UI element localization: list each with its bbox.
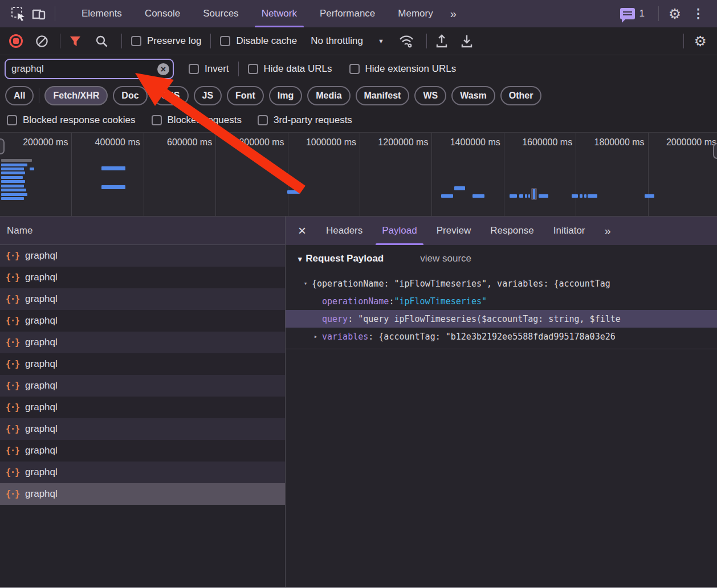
chip-css[interactable]: CSS [153,86,189,105]
chip-img[interactable]: Img [269,86,302,105]
inspect-icon[interactable] [8,3,28,24]
fetch-xhr-icon: {·} [6,489,19,499]
checkbox[interactable] [7,115,17,125]
filter-input-box: × [5,59,174,79]
filter-row: × Invert Hide data URLs Hide extension U… [0,55,717,83]
network-settings-gear-icon[interactable]: ⚙ [694,34,707,48]
table-row[interactable]: {·}graphql [0,397,285,418]
table-row[interactable]: {·}graphql [0,310,285,332]
chip-manifest[interactable]: Manifest [356,86,410,105]
details-more-tabs-chevron-icon[interactable]: » [595,217,620,245]
table-row[interactable]: {·}graphql [0,353,285,375]
timeline-left-handle[interactable] [0,138,5,154]
waterfall-bar [519,194,523,198]
network-toolbar: Preserve log Disable cache No throttling… [0,27,717,55]
payload-tree-line[interactable]: ▸variables: {accountTag: "b12e3b2192ee55… [286,328,717,345]
details-tab-preview[interactable]: Preview [427,217,480,245]
payload-key: variables [322,332,368,342]
request-list-panel: Name {·}graphql{·}graphql{·}graphql{·}gr… [0,217,286,588]
waterfall-bar [101,166,125,170]
checkbox[interactable] [258,115,268,125]
payload-text: {operationName: "ipFlowTimeseries", vari… [312,279,610,289]
3rd-party-requests-toggle[interactable]: 3rd-party requests [258,115,352,126]
devtools-window: ElementsConsoleSourcesNetworkPerformance… [0,0,717,588]
chip-wasm[interactable]: Wasm [451,86,495,105]
table-row[interactable]: {·}graphql [0,375,285,397]
blocked-response-cookies-toggle[interactable]: Blocked response cookies [7,115,136,126]
tab-elements[interactable]: Elements [70,0,133,27]
table-row[interactable]: {·}graphql [0,440,285,462]
tab-sources[interactable]: Sources [192,0,250,27]
issues-bubble-icon[interactable] [620,8,635,19]
table-row[interactable]: {·}graphql [0,245,285,267]
payload-section: ▾ Request Payload view source ▾{operatio… [286,245,717,349]
details-tab-payload[interactable]: Payload [372,217,426,245]
timeline-right-handle[interactable] [713,143,717,159]
chip-ws[interactable]: WS [414,86,446,105]
chip-other[interactable]: Other [500,86,542,105]
export-har-icon[interactable] [435,34,449,48]
settings-gear-icon[interactable]: ⚙ [665,3,685,24]
filter-funnel-icon[interactable] [68,34,82,48]
preserve-log-toggle[interactable]: Preserve log [131,35,201,47]
search-icon[interactable] [95,34,109,48]
device-toolbar-icon[interactable] [28,3,49,24]
view-source-link[interactable]: view source [420,253,471,264]
filter-input[interactable] [6,63,173,75]
blocked-requests-toggle[interactable]: Blocked requests [152,115,242,126]
timeline-overview[interactable]: 200000 ms400000 ms600000 ms800000 ms1000… [0,133,717,217]
tab-console[interactable]: Console [133,0,192,27]
waterfall-bar [1,168,24,170]
invert-toggle[interactable]: Invert [189,63,229,75]
payload-tree-line[interactable]: operationName: "ipFlowTimeseries" [286,292,717,310]
hide-extension-urls-toggle[interactable]: Hide extension URLs [349,63,457,75]
table-row[interactable]: {·}graphql [0,332,285,353]
tab-network[interactable]: Network [250,0,308,27]
checkbox[interactable] [152,115,162,125]
disable-cache-toggle[interactable]: Disable cache [220,35,297,47]
chip-media[interactable]: Media [307,86,350,105]
record-stop-icon[interactable] [9,34,23,48]
close-icon[interactable]: × [286,224,316,238]
disable-cache-checkbox[interactable] [220,36,230,46]
import-har-icon[interactable] [460,34,474,48]
waterfall-bar [1,159,32,162]
kebab-menu-icon[interactable]: ⋮ [685,6,711,21]
chip-fetchxhr[interactable]: Fetch/XHR [44,86,108,105]
details-tab-headers[interactable]: Headers [316,217,372,245]
throttling-select[interactable]: No throttling ▼ [311,35,384,47]
chip-font[interactable]: Font [227,86,264,105]
request-name: graphql [25,380,58,391]
chip-js[interactable]: JS [194,86,222,105]
hide-extension-urls-checkbox[interactable] [349,64,360,74]
name-column-header[interactable]: Name [0,217,285,245]
waterfall-bar [588,194,597,198]
disclosure-triangle-icon[interactable]: ▾ [302,280,309,287]
hide-data-urls-checkbox[interactable] [248,64,258,74]
disclosure-triangle-icon[interactable]: ▸ [312,333,320,340]
table-row[interactable]: {·}graphql [0,288,285,310]
more-panels-chevron-icon[interactable]: » [445,0,461,27]
details-tab-response[interactable]: Response [480,217,544,245]
details-tab-initiator[interactable]: Initiator [544,217,595,245]
timeline-column: 600000 ms [144,133,216,217]
clear-icon[interactable] [35,35,48,48]
request-payload-title[interactable]: ▾ Request Payload [298,253,384,264]
payload-tree-line[interactable]: query: "query ipFlowTimeseries($accountT… [286,310,717,328]
invert-checkbox[interactable] [189,64,199,74]
hide-data-urls-toggle[interactable]: Hide data URLs [248,63,332,75]
preserve-log-checkbox[interactable] [131,36,141,46]
clear-filter-icon[interactable]: × [157,63,169,75]
table-row[interactable]: {·}graphql [0,462,285,483]
chip-doc[interactable]: Doc [113,86,147,105]
tab-performance[interactable]: Performance [308,0,386,27]
table-row[interactable]: {·}graphql [0,483,285,505]
table-row[interactable]: {·}graphql [0,267,285,288]
waterfall-bar [101,185,125,189]
payload-key: operationName [322,296,389,307]
tab-memory[interactable]: Memory [386,0,444,27]
table-row[interactable]: {·}graphql [0,418,285,440]
network-conditions-icon[interactable] [398,34,415,48]
chip-all[interactable]: All [5,86,34,105]
payload-tree-line[interactable]: ▾{operationName: "ipFlowTimeseries", var… [286,275,717,292]
